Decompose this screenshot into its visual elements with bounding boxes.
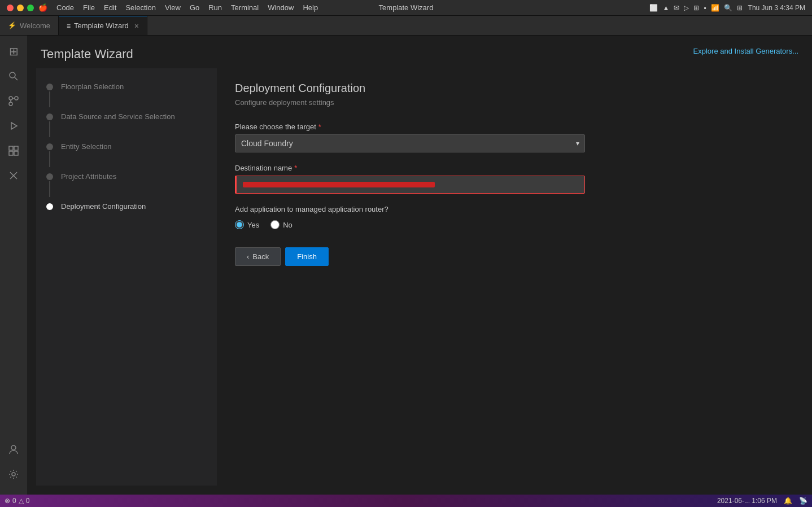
search-menu-icon[interactable]: 🔍 bbox=[724, 4, 732, 12]
status-bar-left: ⊗ 0 △ 0 bbox=[5, 497, 29, 505]
router-no-label: No bbox=[283, 221, 293, 229]
step-project-attributes[interactable]: Project Attributes bbox=[36, 167, 217, 197]
router-no-option[interactable]: No bbox=[270, 220, 293, 229]
notch-icon: ▲ bbox=[662, 4, 669, 12]
router-yes-radio[interactable] bbox=[235, 220, 244, 229]
settings-icon[interactable] bbox=[2, 463, 25, 486]
template-wizard-tab-icon: ≡ bbox=[67, 22, 71, 30]
target-required-star: * bbox=[318, 123, 321, 131]
target-field: Please choose the target * Cloud Foundry… bbox=[235, 123, 785, 152]
step-2-label: Data Source and Service Selection bbox=[61, 112, 175, 126]
status-bar-right: 2021-06-... 1:06 PM 🔔 📡 bbox=[717, 497, 807, 505]
account-icon[interactable] bbox=[2, 438, 25, 461]
step-deployment-config[interactable]: Deployment Configuration bbox=[36, 197, 217, 216]
menu-code[interactable]: Code bbox=[56, 3, 74, 12]
mail-icon: ✉ bbox=[674, 4, 679, 12]
target-select[interactable]: Cloud Foundry Kyma ABAP bbox=[235, 134, 585, 152]
tab-template-wizard-label: Template Wizard bbox=[74, 21, 129, 30]
step-data-source[interactable]: Data Source and Service Selection bbox=[36, 107, 217, 137]
wifi-icon: 📶 bbox=[711, 4, 719, 12]
title-bar-left: 🍎 Code File Edit Selection View Go Run T… bbox=[7, 3, 318, 12]
page-header: Template Wizard Explore and Install Gene… bbox=[27, 36, 812, 68]
traffic-lights bbox=[7, 5, 34, 11]
menu-file[interactable]: File bbox=[83, 3, 95, 12]
destination-label: Destination name * bbox=[235, 164, 785, 172]
broadcast-icon[interactable]: 📡 bbox=[799, 497, 807, 505]
step-entity-selection[interactable]: Entity Selection bbox=[36, 137, 217, 167]
svg-rect-10 bbox=[9, 151, 13, 155]
step-floorplan-selection[interactable]: Floorplan Selection bbox=[36, 77, 217, 107]
source-control-icon[interactable] bbox=[2, 90, 25, 112]
warnings-number: 0 bbox=[26, 497, 30, 505]
control-center-icon[interactable]: ⊞ bbox=[737, 4, 743, 12]
router-radio-group: Yes No bbox=[235, 220, 785, 229]
system-icons: ⬜ ▲ ✉ ▷ ⊞ ▪ 📶 🔍 ⊞ bbox=[649, 4, 742, 12]
menu-view[interactable]: View bbox=[165, 3, 181, 12]
title-bar: 🍎 Code File Edit Selection View Go Run T… bbox=[0, 0, 812, 16]
router-no-radio[interactable] bbox=[270, 220, 280, 229]
destination-field: Destination name * bbox=[235, 164, 785, 194]
menu-run[interactable]: Run bbox=[208, 3, 222, 12]
destination-input-wrapper bbox=[235, 176, 585, 194]
tab-template-wizard[interactable]: ≡ Template Wizard × bbox=[59, 16, 147, 35]
step-2-connector bbox=[49, 121, 50, 137]
router-yes-label: Yes bbox=[247, 221, 259, 229]
activity-bar-top: ⊞ bbox=[2, 40, 25, 187]
menu-edit[interactable]: Edit bbox=[104, 3, 116, 12]
tab-close-button[interactable]: × bbox=[134, 21, 139, 30]
welcome-tab-icon: ⚡ bbox=[8, 21, 16, 29]
media-icon: ▷ bbox=[684, 4, 689, 12]
main-layout: ⊞ bbox=[0, 36, 812, 495]
step-5-dot bbox=[46, 203, 53, 210]
errors-count[interactable]: ⊗ 0 △ 0 bbox=[5, 497, 29, 505]
close-button[interactable] bbox=[7, 5, 14, 11]
step-4-indicator bbox=[45, 172, 54, 197]
step-3-indicator bbox=[45, 142, 54, 167]
page-title: Template Wizard bbox=[41, 47, 133, 62]
menu-go[interactable]: Go bbox=[190, 3, 199, 12]
steps-sidebar: Floorplan Selection Data Source and Serv… bbox=[36, 68, 217, 486]
menu-selection[interactable]: Selection bbox=[125, 3, 155, 12]
sap-icon[interactable] bbox=[2, 164, 25, 187]
menu-terminal[interactable]: Terminal bbox=[231, 3, 259, 12]
clock: Thu Jun 3 4:34 PM bbox=[748, 4, 805, 12]
maximize-button[interactable] bbox=[27, 5, 34, 11]
error-icon: ⊗ bbox=[5, 497, 10, 505]
back-button-label: Back bbox=[252, 252, 269, 261]
step-1-dot bbox=[46, 84, 53, 90]
destination-required-star: * bbox=[294, 164, 297, 172]
extensions-icon[interactable] bbox=[2, 139, 25, 162]
title-bar-right: ⬜ ▲ ✉ ▷ ⊞ ▪ 📶 🔍 ⊞ Thu Jun 3 4:34 PM bbox=[649, 4, 805, 12]
menu-help[interactable]: Help bbox=[303, 3, 318, 12]
status-date: 2021-06-... 1:06 PM bbox=[717, 497, 777, 505]
step-1-label: Floorplan Selection bbox=[61, 82, 124, 97]
step-1-indicator bbox=[45, 82, 54, 107]
router-yes-option[interactable]: Yes bbox=[235, 220, 259, 229]
explorer-icon[interactable]: ⊞ bbox=[2, 40, 25, 63]
error-bar bbox=[235, 176, 237, 194]
svg-point-4 bbox=[9, 102, 12, 106]
explore-generators-link[interactable]: Explore and Install Generators... bbox=[693, 47, 798, 55]
step-3-dot bbox=[46, 143, 53, 150]
notification-icon[interactable]: 🔔 bbox=[784, 497, 792, 505]
menu-apple[interactable]: 🍎 bbox=[38, 3, 47, 12]
finish-button[interactable]: Finish bbox=[285, 247, 329, 266]
destination-input[interactable] bbox=[235, 176, 585, 194]
search-icon[interactable] bbox=[2, 65, 25, 88]
step-3-label: Entity Selection bbox=[61, 142, 112, 156]
menu-window[interactable]: Window bbox=[268, 3, 294, 12]
deployment-config-subtitle: Configure deployment settings bbox=[235, 98, 785, 107]
tab-welcome[interactable]: ⚡ Welcome bbox=[0, 16, 59, 35]
step-4-dot bbox=[46, 173, 53, 180]
status-bar: ⊗ 0 △ 0 2021-06-... 1:06 PM 🔔 📡 bbox=[0, 495, 812, 507]
router-field: Add application to managed application r… bbox=[235, 205, 785, 229]
wizard-layout: Floorplan Selection Data Source and Serv… bbox=[36, 68, 803, 486]
target-select-wrapper: Cloud Foundry Kyma ABAP ▾ bbox=[235, 134, 585, 152]
back-button[interactable]: ‹ Back bbox=[235, 247, 281, 266]
window-title: Template Wizard bbox=[379, 3, 434, 12]
step-4-connector bbox=[49, 181, 50, 197]
minimize-button[interactable] bbox=[17, 5, 24, 11]
router-label: Add application to managed application r… bbox=[235, 205, 785, 213]
run-debug-icon[interactable] bbox=[2, 115, 25, 137]
tab-bar: ⚡ Welcome ≡ Template Wizard × bbox=[0, 16, 812, 36]
